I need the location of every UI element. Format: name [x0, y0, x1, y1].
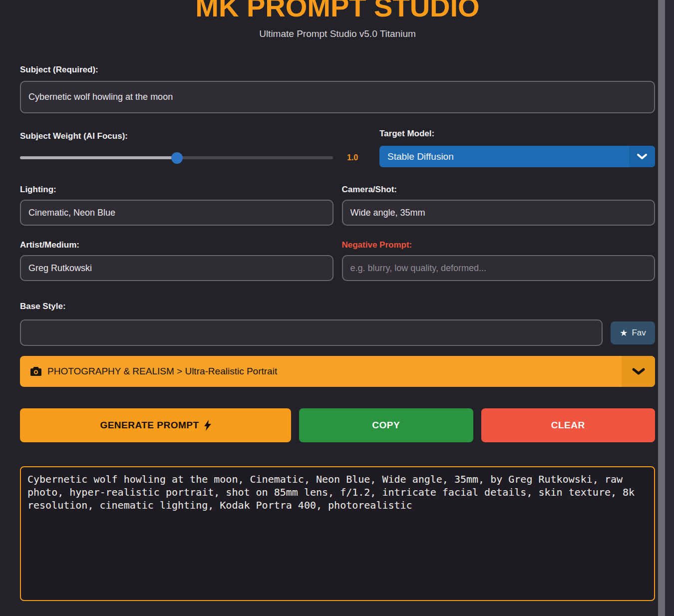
camera-shot-input[interactable] [342, 200, 656, 226]
page-subtitle: Ultimate Prompt Studio v5.0 Titanium [20, 28, 655, 39]
subject-label: Subject (Required): [20, 64, 655, 75]
chevron-down-icon [622, 356, 655, 387]
camera-icon [30, 367, 41, 376]
subject-weight-slider[interactable] [20, 152, 333, 163]
camera-shot-label: Camera/Shot: [342, 184, 656, 195]
generated-prompt-output[interactable]: Cybernetic wolf howling at the moon, Cin… [20, 466, 655, 601]
fav-button[interactable]: ★ Fav [611, 321, 655, 344]
chevron-down-icon [629, 146, 655, 167]
target-model-select[interactable]: Stable Diffusion [379, 146, 655, 167]
negative-prompt-label: Negative Prompt: [342, 240, 656, 250]
lighting-input[interactable] [20, 200, 334, 226]
star-icon: ★ [620, 327, 628, 338]
generate-prompt-button[interactable]: GENERATE PROMPT [20, 408, 291, 442]
style-category-dropdown[interactable]: PHOTOGRAPHY & REALISM > Ultra-Realistic … [20, 356, 655, 387]
lighting-label: Lighting: [20, 184, 334, 195]
artist-medium-label: Artist/Medium: [20, 240, 334, 250]
fav-button-label: Fav [632, 328, 646, 338]
subject-weight-label: Subject Weight (AI Focus): [20, 131, 363, 141]
style-category-value: PHOTOGRAPHY & REALISM > Ultra-Realistic … [47, 366, 277, 377]
target-model-label: Target Model: [379, 128, 655, 139]
generate-prompt-label: GENERATE PROMPT [100, 420, 199, 431]
target-model-selected: Stable Diffusion [387, 151, 454, 162]
copy-button-label: COPY [372, 420, 400, 431]
negative-prompt-input[interactable] [342, 255, 656, 281]
page-title: MK PROMPT STUDIO [20, 0, 655, 22]
base-style-label: Base Style: [20, 301, 655, 311]
artist-medium-input[interactable] [20, 255, 334, 281]
slider-thumb[interactable] [171, 152, 183, 164]
clear-button[interactable]: CLEAR [481, 408, 656, 442]
lightning-bolt-icon [204, 420, 211, 431]
app-window: MK PROMPT STUDIO Ultimate Prompt Studio … [0, 0, 658, 616]
subject-input[interactable] [20, 81, 655, 113]
clear-button-label: CLEAR [551, 420, 585, 431]
copy-button[interactable]: COPY [299, 408, 473, 442]
base-style-input[interactable] [20, 319, 603, 346]
page-scrollbar[interactable] [658, 0, 665, 616]
subject-weight-value: 1.0 [347, 153, 358, 162]
